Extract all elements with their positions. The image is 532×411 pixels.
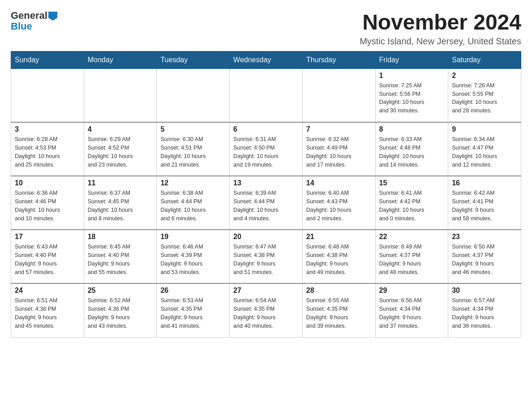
calendar-cell: 11Sunrise: 6:37 AM Sunset: 4:45 PM Dayli…: [84, 176, 157, 230]
day-number: 28: [306, 287, 372, 295]
day-info: Sunrise: 6:49 AM Sunset: 4:37 PM Dayligh…: [379, 243, 445, 276]
calendar-week-row: 1Sunrise: 7:25 AM Sunset: 5:56 PM Daylig…: [11, 68, 521, 122]
calendar-cell: 12Sunrise: 6:38 AM Sunset: 4:44 PM Dayli…: [157, 176, 230, 230]
calendar-cell: 6Sunrise: 6:31 AM Sunset: 4:50 PM Daylig…: [230, 122, 303, 176]
day-number: 24: [15, 287, 80, 295]
day-info: Sunrise: 6:40 AM Sunset: 4:43 PM Dayligh…: [306, 189, 372, 223]
day-info: Sunrise: 6:38 AM Sunset: 4:44 PM Dayligh…: [160, 189, 226, 223]
calendar-week-row: 3Sunrise: 6:28 AM Sunset: 4:53 PM Daylig…: [11, 122, 521, 176]
day-info: Sunrise: 6:32 AM Sunset: 4:49 PM Dayligh…: [306, 135, 372, 169]
calendar-cell: 20Sunrise: 6:47 AM Sunset: 4:38 PM Dayli…: [230, 230, 303, 283]
day-info: Sunrise: 6:50 AM Sunset: 4:37 PM Dayligh…: [452, 243, 517, 276]
title-section: November 2024 Mystic Island, New Jersey,…: [360, 11, 521, 47]
calendar-cell: 4Sunrise: 6:29 AM Sunset: 4:52 PM Daylig…: [84, 122, 157, 176]
calendar-cell: 19Sunrise: 6:46 AM Sunset: 4:39 PM Dayli…: [157, 230, 230, 283]
day-number: 27: [233, 287, 299, 295]
calendar-cell: 24Sunrise: 6:51 AM Sunset: 4:36 PM Dayli…: [11, 283, 84, 337]
calendar-header-row: SundayMondayTuesdayWednesdayThursdayFrid…: [11, 51, 521, 68]
calendar-cell: 7Sunrise: 6:32 AM Sunset: 4:49 PM Daylig…: [302, 122, 375, 176]
day-info: Sunrise: 6:54 AM Sunset: 4:35 PM Dayligh…: [233, 296, 299, 330]
day-number: 6: [233, 125, 299, 133]
calendar-cell: 22Sunrise: 6:49 AM Sunset: 4:37 PM Dayli…: [375, 230, 448, 283]
calendar-cell: 23Sunrise: 6:50 AM Sunset: 4:37 PM Dayli…: [448, 230, 521, 283]
day-info: Sunrise: 6:30 AM Sunset: 4:51 PM Dayligh…: [160, 135, 226, 169]
page-header: General Blue November 2024 Mystic Island…: [11, 11, 521, 47]
day-number: 2: [452, 72, 517, 80]
calendar-cell: 9Sunrise: 6:34 AM Sunset: 4:47 PM Daylig…: [448, 122, 521, 176]
calendar-cell: 14Sunrise: 6:40 AM Sunset: 4:43 PM Dayli…: [302, 176, 375, 230]
day-info: Sunrise: 6:57 AM Sunset: 4:34 PM Dayligh…: [452, 296, 517, 330]
calendar-cell: 18Sunrise: 6:45 AM Sunset: 4:40 PM Dayli…: [84, 230, 157, 283]
day-info: Sunrise: 6:34 AM Sunset: 4:47 PM Dayligh…: [452, 135, 517, 169]
day-info: Sunrise: 6:43 AM Sunset: 4:40 PM Dayligh…: [15, 243, 80, 276]
day-number: 23: [452, 233, 517, 241]
day-number: 19: [160, 233, 226, 241]
day-info: Sunrise: 6:46 AM Sunset: 4:39 PM Dayligh…: [160, 243, 226, 276]
calendar-table: SundayMondayTuesdayWednesdayThursdayFrid…: [11, 51, 521, 338]
day-number: 26: [160, 287, 226, 295]
day-number: 18: [88, 233, 153, 241]
day-info: Sunrise: 6:39 AM Sunset: 4:44 PM Dayligh…: [233, 189, 299, 223]
calendar-cell: 29Sunrise: 6:56 AM Sunset: 4:34 PM Dayli…: [375, 283, 448, 337]
calendar-week-row: 17Sunrise: 6:43 AM Sunset: 4:40 PM Dayli…: [11, 230, 521, 283]
calendar-cell: 30Sunrise: 6:57 AM Sunset: 4:34 PM Dayli…: [448, 283, 521, 337]
calendar-cell: [157, 68, 230, 122]
day-number: 16: [452, 179, 517, 187]
calendar-cell: 5Sunrise: 6:30 AM Sunset: 4:51 PM Daylig…: [157, 122, 230, 176]
day-info: Sunrise: 6:53 AM Sunset: 4:35 PM Dayligh…: [160, 296, 226, 330]
month-title: November 2024: [360, 11, 521, 34]
day-number: 11: [88, 179, 153, 187]
calendar-cell: 13Sunrise: 6:39 AM Sunset: 4:44 PM Dayli…: [230, 176, 303, 230]
logo: General Blue: [11, 11, 57, 32]
calendar-cell: 27Sunrise: 6:54 AM Sunset: 4:35 PM Dayli…: [230, 283, 303, 337]
day-number: 13: [233, 179, 299, 187]
calendar-cell: 17Sunrise: 6:43 AM Sunset: 4:40 PM Dayli…: [11, 230, 84, 283]
day-number: 3: [15, 125, 80, 133]
day-number: 10: [15, 179, 80, 187]
day-info: Sunrise: 6:36 AM Sunset: 4:46 PM Dayligh…: [15, 189, 80, 223]
calendar-cell: 16Sunrise: 6:42 AM Sunset: 4:41 PM Dayli…: [448, 176, 521, 230]
day-number: 4: [88, 125, 153, 133]
calendar-cell: 21Sunrise: 6:48 AM Sunset: 4:38 PM Dayli…: [302, 230, 375, 283]
day-info: Sunrise: 6:29 AM Sunset: 4:52 PM Dayligh…: [88, 135, 153, 169]
calendar-cell: [11, 68, 84, 122]
day-number: 25: [88, 287, 153, 295]
logo-blue-text: Blue: [11, 21, 32, 32]
logo-flag-icon: [48, 12, 57, 21]
day-number: 5: [160, 125, 226, 133]
day-number: 29: [379, 287, 445, 295]
svg-marker-0: [48, 12, 57, 21]
day-info: Sunrise: 6:47 AM Sunset: 4:38 PM Dayligh…: [233, 243, 299, 276]
weekday-header-wednesday: Wednesday: [230, 51, 303, 68]
day-number: 17: [15, 233, 80, 241]
day-number: 20: [233, 233, 299, 241]
calendar-week-row: 24Sunrise: 6:51 AM Sunset: 4:36 PM Dayli…: [11, 283, 521, 337]
day-info: Sunrise: 6:41 AM Sunset: 4:42 PM Dayligh…: [379, 189, 445, 223]
calendar-cell: [230, 68, 303, 122]
calendar-cell: 10Sunrise: 6:36 AM Sunset: 4:46 PM Dayli…: [11, 176, 84, 230]
logo-general-text: General: [11, 11, 47, 21]
calendar-cell: 8Sunrise: 6:33 AM Sunset: 4:48 PM Daylig…: [375, 122, 448, 176]
calendar-cell: 28Sunrise: 6:55 AM Sunset: 4:35 PM Dayli…: [302, 283, 375, 337]
day-info: Sunrise: 7:26 AM Sunset: 5:55 PM Dayligh…: [452, 81, 517, 115]
day-info: Sunrise: 6:33 AM Sunset: 4:48 PM Dayligh…: [379, 135, 445, 169]
calendar-cell: 26Sunrise: 6:53 AM Sunset: 4:35 PM Dayli…: [157, 283, 230, 337]
weekday-header-tuesday: Tuesday: [157, 51, 230, 68]
day-info: Sunrise: 6:45 AM Sunset: 4:40 PM Dayligh…: [88, 243, 153, 276]
calendar-cell: 2Sunrise: 7:26 AM Sunset: 5:55 PM Daylig…: [448, 68, 521, 122]
day-number: 22: [379, 233, 445, 241]
day-info: Sunrise: 6:48 AM Sunset: 4:38 PM Dayligh…: [306, 243, 372, 276]
calendar-cell: 3Sunrise: 6:28 AM Sunset: 4:53 PM Daylig…: [11, 122, 84, 176]
day-number: 14: [306, 179, 372, 187]
day-number: 8: [379, 125, 445, 133]
day-number: 12: [160, 179, 226, 187]
day-info: Sunrise: 6:51 AM Sunset: 4:36 PM Dayligh…: [15, 296, 80, 330]
weekday-header-monday: Monday: [84, 51, 157, 68]
day-info: Sunrise: 6:55 AM Sunset: 4:35 PM Dayligh…: [306, 296, 372, 330]
day-number: 30: [452, 287, 517, 295]
day-number: 21: [306, 233, 372, 241]
weekday-header-friday: Friday: [375, 51, 448, 68]
day-info: Sunrise: 6:52 AM Sunset: 4:36 PM Dayligh…: [88, 296, 153, 330]
calendar-cell: 1Sunrise: 7:25 AM Sunset: 5:56 PM Daylig…: [375, 68, 448, 122]
day-info: Sunrise: 6:42 AM Sunset: 4:41 PM Dayligh…: [452, 189, 517, 223]
